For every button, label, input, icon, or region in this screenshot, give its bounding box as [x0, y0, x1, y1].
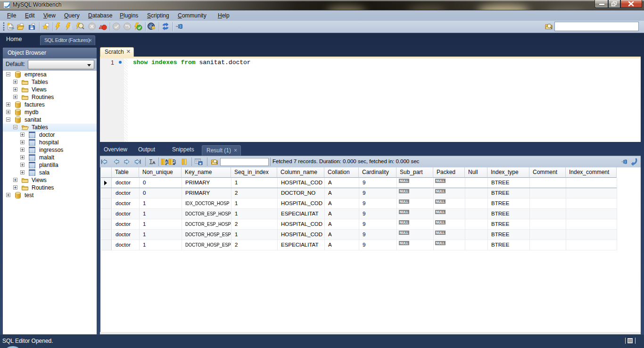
svg-text:SQL: SQL	[9, 26, 15, 29]
svg-text:A: A	[173, 162, 175, 166]
svg-text:Z: Z	[165, 162, 167, 166]
svg-text:A: A	[152, 160, 156, 165]
svg-text:Z: Z	[173, 159, 175, 162]
svg-text:A: A	[165, 159, 168, 162]
